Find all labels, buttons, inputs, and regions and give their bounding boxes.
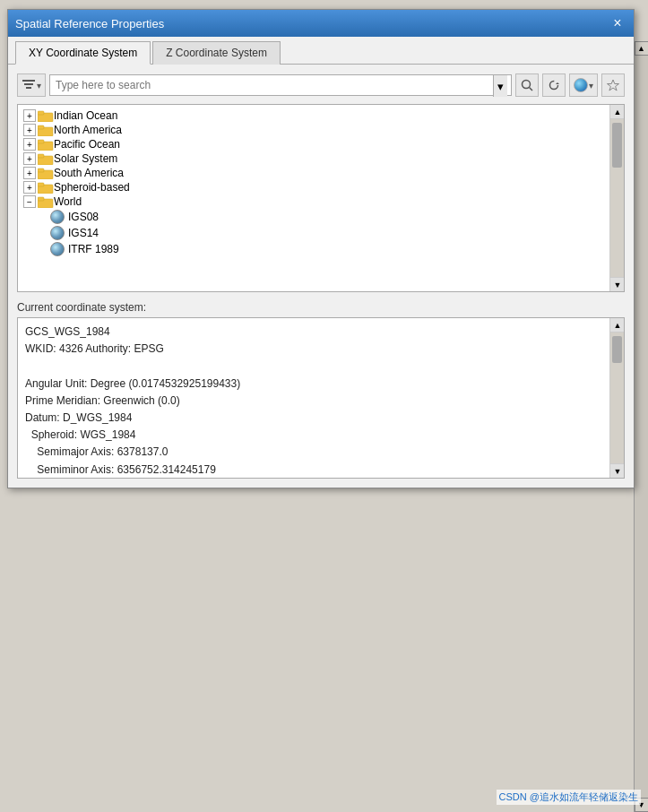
globe-arrow: ▾ bbox=[589, 81, 593, 91]
info-scroll-down[interactable]: ▼ bbox=[610, 463, 625, 478]
filter-button[interactable]: ▾ bbox=[17, 73, 46, 97]
current-system-section: Current coordinate system: GCS_WGS_1984 … bbox=[17, 301, 625, 479]
info-scrollbar[interactable]: ▲ ▼ bbox=[609, 318, 624, 478]
dialog-title: Spatial Reference Properties bbox=[15, 17, 164, 30]
globe-icon bbox=[574, 78, 588, 92]
folder-icon-world bbox=[38, 195, 54, 208]
tree-scroll-track bbox=[610, 119, 624, 277]
filter-icon bbox=[22, 78, 36, 92]
title-bar: Spatial Reference Properties × bbox=[8, 10, 634, 37]
svg-rect-21 bbox=[38, 197, 44, 201]
tab-xy[interactable]: XY Coordinate System bbox=[15, 41, 151, 65]
refresh-icon bbox=[548, 79, 560, 91]
search-input[interactable] bbox=[50, 75, 493, 95]
tree-scroll-down[interactable]: ▼ bbox=[610, 277, 625, 291]
tree-item-world[interactable]: − World bbox=[18, 194, 624, 209]
outer-scrollbar[interactable]: ▲ ▼ bbox=[634, 41, 648, 812]
tree-item-igs08[interactable]: IGS08 bbox=[18, 209, 624, 225]
expand-north-america[interactable]: + bbox=[23, 124, 36, 136]
folder-icon-south-america bbox=[38, 167, 54, 179]
refresh-button[interactable] bbox=[542, 73, 566, 97]
svg-rect-19 bbox=[38, 183, 44, 186]
svg-rect-15 bbox=[38, 154, 44, 158]
search-button[interactable] bbox=[515, 73, 539, 97]
close-button[interactable]: × bbox=[609, 14, 626, 32]
expand-spheroid-based[interactable]: + bbox=[23, 181, 36, 194]
info-scroll-track bbox=[610, 333, 624, 463]
dialog-body: ▾ ▾ bbox=[8, 65, 634, 488]
current-system-label: Current coordinate system: bbox=[17, 301, 625, 314]
scroll-track bbox=[635, 56, 648, 798]
tab-z[interactable]: Z Coordinate System bbox=[152, 41, 281, 65]
scroll-up-arrow[interactable]: ▲ bbox=[635, 41, 649, 56]
dialog: Spatial Reference Properties × XY Coordi… bbox=[7, 9, 635, 488]
expand-south-america[interactable]: + bbox=[23, 167, 36, 179]
watermark: CSDN @追水如流年轻储返染生 bbox=[497, 790, 641, 805]
info-scroll-up[interactable]: ▲ bbox=[610, 318, 625, 333]
svg-rect-9 bbox=[38, 111, 44, 115]
coordinate-info: GCS_WGS_1984 WKID: 4326 Authority: EPSG … bbox=[25, 324, 617, 479]
star-icon bbox=[607, 79, 619, 91]
tree-item-itrf1989[interactable]: ITRF 1989 bbox=[18, 241, 624, 257]
svg-marker-6 bbox=[556, 82, 559, 84]
info-panel: GCS_WGS_1984 WKID: 4326 Authority: EPSG … bbox=[17, 317, 625, 479]
globe-dropdown-button[interactable]: ▾ bbox=[569, 73, 598, 97]
tree-scroll-up[interactable]: ▲ bbox=[610, 105, 625, 119]
tree-item-pacific-ocean[interactable]: + Pacific Ocean bbox=[18, 137, 624, 151]
magnifier-icon bbox=[521, 79, 533, 91]
expand-solar-system[interactable]: + bbox=[23, 152, 36, 165]
svg-rect-1 bbox=[24, 83, 33, 85]
tree-item-north-america[interactable]: + North America bbox=[18, 123, 624, 137]
toolbar: ▾ ▾ bbox=[17, 73, 625, 97]
svg-rect-0 bbox=[22, 80, 35, 82]
svg-rect-11 bbox=[38, 125, 44, 129]
svg-point-5 bbox=[550, 82, 558, 90]
svg-rect-17 bbox=[38, 168, 44, 172]
info-scroll-thumb bbox=[612, 336, 622, 363]
folder-icon-north-america bbox=[38, 124, 54, 136]
tab-bar: XY Coordinate System Z Coordinate System bbox=[8, 37, 634, 65]
svg-marker-7 bbox=[608, 80, 619, 91]
tree-scrollbar[interactable]: ▲ ▼ bbox=[609, 105, 624, 291]
background: ▲ ▼ Spatial Reference Properties × XY Co… bbox=[0, 0, 648, 812]
tree-scroll-thumb bbox=[612, 123, 622, 168]
favorites-button[interactable] bbox=[601, 73, 625, 97]
dropdown-arrow-filter: ▾ bbox=[37, 81, 41, 91]
tree-item-spheroid-based[interactable]: + Spheroid-based bbox=[18, 180, 624, 194]
globe-icon-igs14 bbox=[50, 226, 65, 240]
folder-icon-pacific-ocean bbox=[38, 138, 54, 151]
svg-line-4 bbox=[530, 88, 533, 91]
svg-rect-13 bbox=[38, 140, 44, 143]
svg-rect-2 bbox=[26, 87, 31, 89]
folder-icon-spheroid-based bbox=[38, 181, 54, 194]
expand-world[interactable]: − bbox=[23, 195, 36, 208]
search-dropdown[interactable]: ▾ bbox=[493, 75, 507, 97]
globe-icon-igs08 bbox=[50, 210, 65, 224]
search-wrapper[interactable]: ▾ bbox=[49, 74, 512, 96]
tree-item-solar-system[interactable]: + Solar System bbox=[18, 151, 624, 166]
globe-icon-itrf1989 bbox=[50, 242, 65, 256]
folder-icon-indian-ocean bbox=[38, 109, 54, 122]
svg-point-3 bbox=[523, 81, 531, 89]
tree-item-south-america[interactable]: + South America bbox=[18, 166, 624, 180]
folder-icon-solar-system bbox=[38, 152, 54, 165]
tree-item-indian-ocean[interactable]: + Indian Ocean bbox=[18, 108, 624, 123]
tree-item-igs14[interactable]: IGS14 bbox=[18, 225, 624, 241]
expand-pacific-ocean[interactable]: + bbox=[23, 138, 36, 151]
expand-indian-ocean[interactable]: + bbox=[23, 109, 36, 122]
tree-panel: + Indian Ocean + North America bbox=[17, 104, 625, 292]
